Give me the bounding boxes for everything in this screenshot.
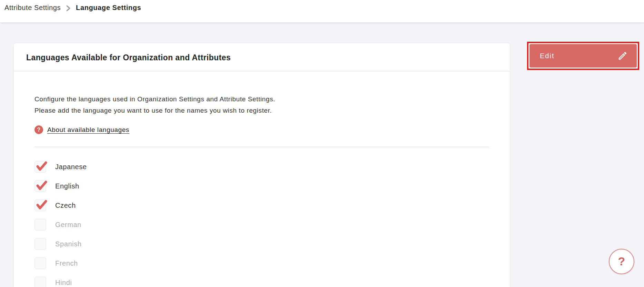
about-available-languages-link[interactable]: About available languages: [47, 126, 129, 134]
checkmark-icon: [35, 179, 48, 192]
edit-button-highlight-outline: Edit: [527, 42, 639, 70]
help-fab-question-icon: ?: [618, 255, 625, 268]
description-text: Configure the languages used in Organiza…: [34, 93, 489, 116]
card-body: Configure the languages used in Organiza…: [14, 71, 510, 287]
language-label: German: [55, 221, 81, 229]
language-checkbox[interactable]: [34, 161, 46, 173]
language-checkbox[interactable]: [34, 277, 46, 287]
language-row: English: [34, 180, 489, 192]
language-row: Czech: [34, 199, 489, 211]
language-checkbox[interactable]: [34, 180, 46, 192]
language-checkbox[interactable]: [34, 257, 46, 269]
language-row: Spanish: [34, 238, 489, 250]
language-row: Japanese: [34, 161, 489, 173]
card-header: Languages Available for Organization and…: [14, 43, 510, 71]
description-line-2: Please add the language you want to use …: [34, 105, 489, 116]
breadcrumb: Attribute Settings Language Settings: [0, 0, 644, 12]
language-row: German: [34, 219, 489, 230]
language-label: Hindi: [55, 279, 72, 287]
about-link-row: ? About available languages: [34, 125, 489, 134]
edit-button-label: Edit: [540, 52, 554, 60]
language-list: Japanese English Czech German Spanish: [34, 161, 489, 287]
page-title: Languages Available for Organization and…: [26, 53, 497, 62]
divider: [34, 147, 489, 147]
top-bar: Attribute Settings Language Settings: [0, 0, 644, 22]
breadcrumb-attribute-settings[interactable]: Attribute Settings: [4, 4, 61, 12]
language-label: Japanese: [55, 163, 87, 171]
breadcrumb-language-settings: Language Settings: [76, 4, 141, 12]
chevron-right-icon: [66, 5, 71, 12]
language-row: Hindi: [34, 277, 489, 287]
language-label: English: [55, 182, 79, 190]
checkmark-icon: [35, 198, 48, 211]
language-checkbox[interactable]: [34, 238, 46, 250]
edit-button[interactable]: Edit: [529, 44, 637, 68]
description-line-1: Configure the languages used in Organiza…: [34, 93, 489, 105]
language-label: Czech: [55, 202, 76, 209]
language-label: French: [55, 259, 78, 267]
language-label: Spanish: [55, 240, 81, 248]
language-checkbox[interactable]: [34, 219, 46, 230]
pencil-icon: [617, 51, 628, 61]
language-settings-card: Languages Available for Organization and…: [14, 43, 510, 287]
checkmark-icon: [35, 160, 48, 172]
language-checkbox[interactable]: [34, 199, 46, 211]
question-mark-icon: ?: [34, 125, 43, 134]
language-row: French: [34, 257, 489, 269]
help-fab-button[interactable]: ?: [609, 249, 634, 274]
